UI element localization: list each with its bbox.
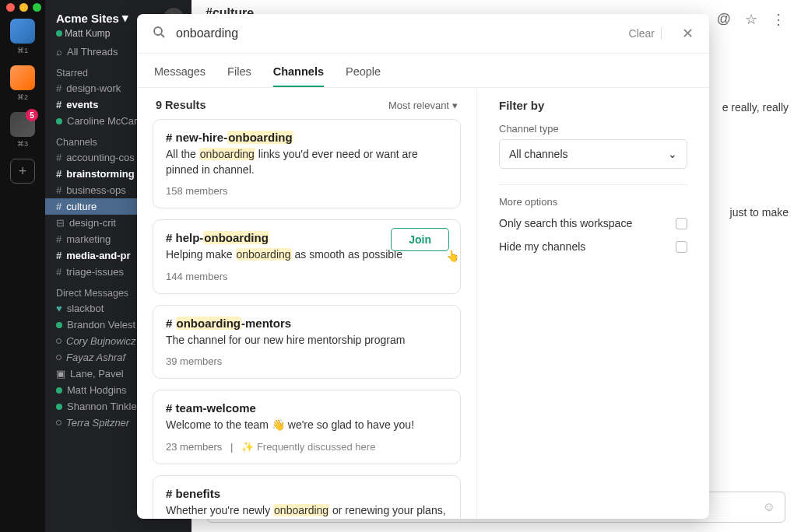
sidebar-item-label: brainstorming: [66, 168, 134, 180]
sidebar-item-label: events: [66, 99, 98, 110]
chevron-down-icon: ▾: [452, 100, 458, 111]
search-bar: Clear ✕: [137, 14, 709, 54]
hash-icon: #: [56, 184, 61, 196]
more-icon[interactable]: ⋮: [771, 11, 785, 28]
minimize-window[interactable]: [19, 3, 28, 12]
result-members: 158 members: [166, 185, 448, 197]
sidebar-item-label: design-crit: [69, 217, 116, 229]
sort-dropdown[interactable]: Most relevant ▾: [388, 100, 458, 111]
result-card[interactable]: # benefitsWhether you're newly onboardin…: [153, 475, 461, 519]
result-members: 23 members | ✨ Frequently discussed here: [166, 441, 448, 453]
checkbox[interactable]: [676, 218, 687, 229]
sidebar-item-label: business-ops: [66, 184, 126, 196]
message-fragment: just to make: [730, 206, 789, 219]
sidebar-item-label: media-and-pr: [66, 250, 130, 261]
workspace-switch-3[interactable]: 5: [10, 112, 35, 137]
presence-indicator: [56, 420, 61, 425]
workspace-switch-1[interactable]: [10, 19, 35, 44]
group-icon: ▣: [56, 368, 65, 380]
add-workspace-button[interactable]: +: [10, 159, 35, 184]
threads-icon: ⌕: [56, 46, 62, 58]
sidebar-item-label: culture: [66, 201, 97, 212]
search-icon: [153, 26, 165, 41]
hash-icon: #: [56, 233, 61, 245]
threads-label: All Threads: [67, 46, 118, 58]
result-members: 39 members: [166, 355, 448, 367]
shortcut-label: ⌘3: [17, 140, 28, 148]
hash-icon: #: [56, 201, 61, 212]
dm-label: Shannon Tinkle: [67, 401, 137, 412]
tab-messages[interactable]: Messages: [154, 65, 206, 87]
dm-label: Lane, Pavel: [70, 368, 124, 380]
dm-label: Brandon Velest: [67, 319, 135, 331]
channel-type-select[interactable]: All channels ⌄: [499, 139, 687, 169]
message-fragment: e really, really: [722, 101, 789, 114]
chevron-down-icon: ▾: [122, 11, 128, 25]
hash-icon: #: [56, 266, 61, 278]
zoom-window[interactable]: [33, 3, 41, 12]
presence-indicator: [56, 30, 62, 37]
close-icon[interactable]: ✕: [674, 25, 694, 42]
hash-icon: #: [56, 152, 61, 163]
result-desc: The channel for our new hire mentorship …: [166, 333, 448, 348]
result-desc: Whether you're newly onboarding or renew…: [166, 503, 448, 519]
result-title: # team-welcome: [166, 401, 448, 415]
filter-panel: Filter by Channel type All channels ⌄ Mo…: [476, 88, 709, 519]
dm-label: Terra Spitzner: [66, 417, 129, 429]
more-options-label: More options: [499, 184, 687, 208]
dm-label: slackbot: [67, 303, 104, 314]
result-desc: Welcome to the team 👋 we're so glad to h…: [166, 418, 448, 433]
results-count: 9 Results: [156, 99, 206, 111]
svg-line-1: [161, 34, 164, 37]
result-card[interactable]: # help-onboardingHelping make onboarding…: [153, 219, 461, 294]
sidebar-item-label: design-work: [66, 82, 121, 94]
hash-icon: #: [56, 168, 61, 180]
sidebar-item-label: triage-issues: [66, 266, 124, 278]
lock-icon: ⊟: [56, 217, 65, 229]
result-title: # benefits: [166, 487, 448, 500]
search-modal: Clear ✕ Messages Files Channels People 9…: [137, 14, 709, 519]
result-card[interactable]: # team-welcomeWelcome to the team 👋 we'r…: [153, 390, 461, 464]
results-column[interactable]: 9 Results Most relevant ▾ # new-hire-onb…: [137, 88, 476, 519]
filter-title: Filter by: [499, 99, 687, 112]
select-value: All channels: [509, 148, 568, 160]
tab-people[interactable]: People: [346, 65, 381, 87]
result-title: # onboarding-mentors: [166, 317, 448, 330]
chevron-down-icon: ⌄: [668, 148, 677, 160]
clear-button[interactable]: Clear: [623, 27, 662, 40]
heart-icon: ♥: [56, 303, 62, 314]
sidebar-item-label: marketing: [66, 233, 111, 245]
shortcut-label: ⌘1: [17, 47, 28, 54]
emoji-icon[interactable]: ☺: [763, 500, 775, 514]
close-window[interactable]: [6, 3, 15, 12]
mentions-icon[interactable]: @: [717, 11, 731, 28]
svg-point-0: [154, 27, 162, 35]
dm-label: Cory Bujnowicz: [66, 335, 136, 347]
search-input[interactable]: [176, 26, 623, 40]
hash-icon: #: [56, 82, 61, 94]
join-button[interactable]: Join: [391, 228, 449, 251]
shortcut-label: ⌘2: [17, 93, 28, 101]
filter-only-workspace[interactable]: Only search this workspace: [499, 217, 687, 229]
result-card[interactable]: # new-hire-onboardingAll the onboarding …: [153, 119, 461, 208]
dm-label: Fayaz Ashraf: [66, 352, 125, 363]
window-traffic-lights[interactable]: [6, 3, 41, 12]
option-label: Hide my channels: [499, 240, 585, 253]
workspace-switch-2[interactable]: [10, 65, 35, 90]
presence-indicator: [56, 322, 62, 328]
result-card[interactable]: # onboarding-mentorsThe channel for our …: [153, 305, 461, 380]
presence-indicator: [56, 355, 61, 360]
star-icon[interactable]: ☆: [745, 11, 757, 28]
hash-icon: #: [56, 250, 61, 261]
result-members: 144 members: [166, 271, 448, 282]
filter-hide-my-channels[interactable]: Hide my channels: [499, 240, 687, 253]
tab-files[interactable]: Files: [227, 65, 251, 87]
presence-indicator: [56, 387, 62, 394]
checkbox[interactable]: [676, 241, 687, 253]
channel-type-label: Channel type: [499, 123, 687, 135]
user-name: Matt Kump: [65, 28, 110, 39]
hash-icon: #: [56, 99, 61, 110]
sort-label: Most relevant: [388, 100, 449, 111]
sidebar-item-label: Caroline McCar: [67, 115, 137, 127]
tab-channels[interactable]: Channels: [273, 65, 324, 87]
